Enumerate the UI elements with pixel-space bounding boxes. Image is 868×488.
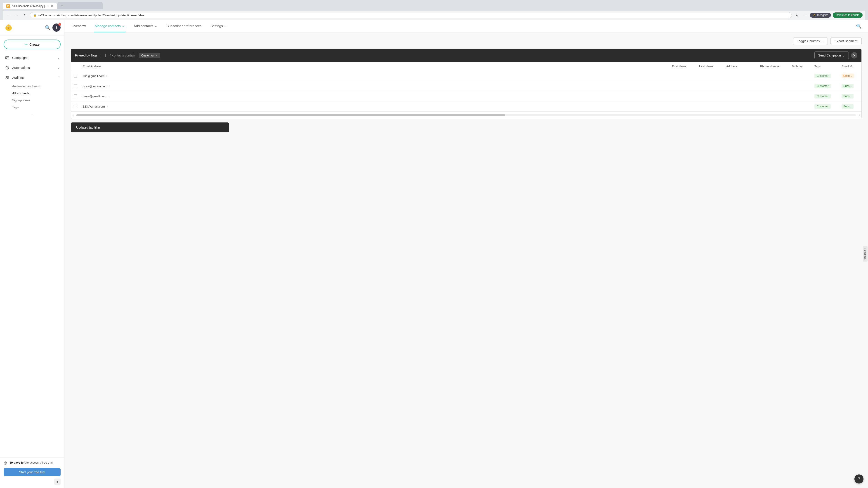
row1-checkbox[interactable] [74, 74, 77, 78]
row4-email-cell[interactable]: 123@gmail.com › [80, 101, 669, 111]
col-header-tags[interactable]: Tags [812, 62, 839, 71]
relaunch-button[interactable]: Relaunch to update [833, 12, 863, 18]
sidebar-item-automations[interactable]: Automations ⌄ [0, 63, 64, 73]
row4-expand-icon[interactable]: › [107, 105, 108, 108]
lock-icon: 🔒 [33, 13, 37, 17]
sidebar-item-audience[interactable]: Audience ⌃ [0, 73, 64, 83]
mailchimp-logo[interactable] [4, 23, 13, 33]
header-search-icon[interactable]: 🔍 [45, 25, 51, 30]
sidebar-item-campaigns[interactable]: Campaigns ⌄ [0, 53, 64, 63]
row1-checkbox-cell[interactable] [71, 71, 80, 81]
feedback-tab[interactable]: Feedback [863, 246, 868, 262]
trial-button[interactable]: Start your free trial [4, 468, 61, 476]
row4-email: 123@gmail.com [83, 105, 105, 108]
row4-checkbox[interactable] [74, 105, 77, 108]
sidebar-footer: ⏱ 89 days left to access a free trial. S… [0, 457, 64, 488]
svg-point-11 [7, 76, 8, 77]
panel-toggle-button[interactable]: ■ [54, 479, 61, 485]
manage-contacts-chevron: ⌄ [122, 24, 125, 28]
svg-point-5 [9, 26, 10, 26]
row3-customer-tag: Customer [814, 94, 831, 98]
filter-bar-right: Send Campaign ⌄ ✕ [814, 52, 857, 59]
col-header-birthday[interactable]: Birthday [789, 62, 812, 71]
col-header-email[interactable]: Email Address [80, 62, 669, 71]
top-nav-search-icon[interactable]: 🔍 [856, 20, 862, 33]
row1-status: Unsu... [839, 71, 862, 81]
row3-firstname [669, 91, 696, 101]
row1-expand-icon[interactable]: › [106, 74, 107, 78]
col-header-emailm[interactable]: Email M... [839, 62, 862, 71]
campaigns-chevron: ⌄ [57, 56, 60, 59]
back-button[interactable]: ← [5, 12, 12, 18]
row4-status-badge: Subs... [842, 104, 854, 109]
row4-checkbox-cell[interactable] [71, 101, 80, 111]
send-campaign-button[interactable]: Send Campaign ⌄ [814, 52, 849, 59]
sidebar-scroll-down[interactable]: ⌄ [0, 111, 64, 118]
address-bar[interactable]: 🔒 us21.admin.mailchimp.com/lists/members… [30, 12, 792, 18]
tab-overview[interactable]: Overview [71, 20, 87, 32]
active-tab[interactable]: M All subscribers of Moodjoy | Ma... ✕ [3, 3, 57, 9]
toggle-columns-button[interactable]: Toggle Columns ⌄ [793, 37, 828, 45]
bookmark-icon[interactable]: ★ [794, 12, 800, 18]
help-button[interactable]: ? [855, 475, 864, 484]
horizontal-scrollbar[interactable]: ‹ › [71, 111, 862, 119]
scroll-right-button[interactable]: › [857, 113, 862, 118]
sidebar-sub-item-signup-forms[interactable]: Signup forms [0, 97, 64, 104]
col-header-lastname[interactable]: Last Name [696, 62, 723, 71]
tab-manage-contacts[interactable]: Manage contacts ⌄ [94, 20, 126, 32]
tab-close-button[interactable]: ✕ [51, 4, 53, 8]
row2-checkbox-cell[interactable] [71, 81, 80, 91]
filter-clear-button[interactable]: ✕ [851, 52, 857, 59]
filter-separator: | [105, 53, 106, 57]
row1-email-cell[interactable]: Girl@gmail.com › [80, 71, 669, 81]
send-campaign-chevron: ⌄ [842, 54, 845, 57]
sidebar-nav: Campaigns ⌄ Automations ⌄ [0, 52, 64, 457]
reload-button[interactable]: ↻ [22, 12, 28, 18]
tag-remove-button[interactable]: ✕ [155, 54, 158, 57]
scroll-thumb[interactable] [76, 114, 505, 116]
row4-customer-tag: Customer [814, 104, 831, 109]
forward-button[interactable]: → [13, 12, 20, 18]
row2-email-cell[interactable]: Love@yahoo.com › [80, 81, 669, 91]
audience-label: Audience [12, 76, 55, 79]
sidebar-sub-item-audience-dashboard[interactable]: Audience dashboard [0, 83, 64, 90]
toast-notification: Updated tag filter [71, 123, 229, 132]
new-tab[interactable]: + [57, 2, 103, 9]
new-tab-icon: + [61, 3, 64, 8]
create-button[interactable]: ✏ Create [4, 39, 61, 49]
sidebar-sub-item-all-contacts[interactable]: All contacts [0, 90, 64, 97]
row2-checkbox[interactable] [74, 84, 77, 88]
row3-email-cell[interactable]: heya@gmail.com › [80, 91, 669, 101]
sidebar: 🔍 S 1 ✏ Create [0, 20, 64, 488]
tab-settings[interactable]: Settings ⌄ [210, 20, 228, 32]
campaigns-label: Campaigns [12, 56, 55, 60]
tag-badge: Customer ✕ [139, 53, 160, 58]
row3-expand-icon[interactable]: › [108, 94, 110, 98]
export-segment-button[interactable]: Export Segment [831, 37, 862, 45]
filter-by-tags[interactable]: Filtered by Tags ⌄ [75, 54, 101, 57]
row2-phone [757, 81, 789, 91]
trial-clock-icon: ⏱ [4, 461, 8, 466]
row4-phone [757, 101, 789, 111]
row2-expand-icon[interactable]: › [109, 84, 110, 88]
add-contacts-chevron: ⌄ [154, 24, 157, 28]
scroll-track[interactable] [76, 114, 856, 116]
col-header-phone[interactable]: Phone Number [757, 62, 789, 71]
content-area: Toggle Columns ⌄ Export Segment Filtered… [64, 33, 868, 488]
tab-subscriber-preferences[interactable]: Subscriber preferences [165, 20, 202, 32]
row4-address [723, 101, 757, 111]
tab-add-contacts[interactable]: Add contacts ⌄ [133, 20, 158, 32]
sidebar-sub-item-tags[interactable]: Tags [0, 104, 64, 111]
row4-birthday [789, 101, 812, 111]
scroll-left-button[interactable]: ‹ [71, 113, 75, 118]
col-header-firstname[interactable]: First Name [669, 62, 696, 71]
user-avatar[interactable]: S 1 [53, 24, 61, 32]
automations-label: Automations [12, 66, 55, 70]
automations-icon [4, 65, 10, 70]
row3-checkbox[interactable] [74, 94, 77, 98]
row3-checkbox-cell[interactable] [71, 91, 80, 101]
extension-icon[interactable]: □ [802, 12, 808, 18]
col-header-address[interactable]: Address [723, 62, 757, 71]
row1-phone [757, 71, 789, 81]
svg-rect-7 [6, 57, 9, 59]
